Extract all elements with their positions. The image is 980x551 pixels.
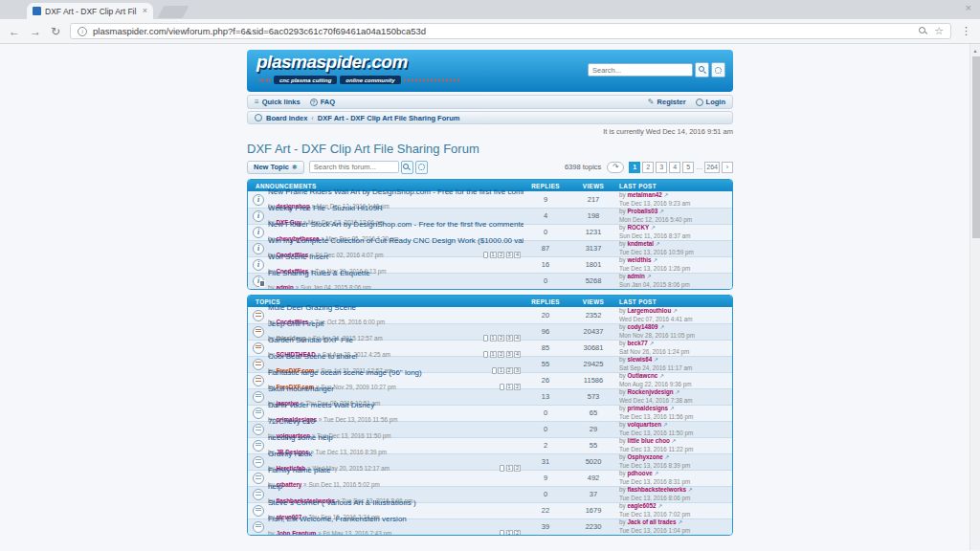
breadcrumb-forum[interactable]: DXF Art - DXF Clip Art File Sharing Foru… [318,114,460,122]
goto-last-post-icon[interactable]: ↗ [678,519,682,525]
pagination-page[interactable]: 3 [656,162,667,173]
last-post-author-link[interactable]: flashbacksteelworks [627,486,686,493]
last-post-author-link[interactable]: weldthis [627,256,651,263]
pagination-next[interactable]: › [722,162,733,173]
last-post-author-link[interactable]: Proballs03 [627,208,657,214]
pagination-page[interactable]: 5 [682,162,694,173]
register-link[interactable]: ✎ Register [648,98,686,106]
tab-close-icon[interactable]: × [143,7,147,15]
breadcrumb-board-index[interactable]: Board index [266,114,307,122]
address-bar[interactable]: i plasmaspider.com/viewforum.php?f=6&sid… [70,23,951,39]
topic-title-link[interactable]: 72 Chevy c10 [268,418,390,426]
goto-last-post-icon[interactable]: ↗ [664,192,669,198]
goto-last-post-icon[interactable]: ↗ [647,274,652,279]
header-search-button[interactable] [695,62,709,77]
topic-page-link[interactable]: 2 [514,530,521,537]
quick-links-menu[interactable]: ≡ Quick links [255,98,301,106]
topic-title-link[interactable]: help [268,483,412,491]
goto-last-post-icon[interactable]: ↗ [656,241,660,247]
goto-last-post-icon[interactable]: ↗ [651,225,656,231]
advanced-search-button[interactable] [711,62,725,77]
zoom-search-icon[interactable] [919,27,928,36]
forward-icon[interactable]: → [30,26,41,37]
last-post-author-link[interactable]: little blue choo [627,437,669,444]
last-post-author-link[interactable]: volquartsen [627,421,661,428]
topic-title-link[interactable]: New Prairie Riders Wall Art by DesignSho… [268,188,523,196]
new-topic-button[interactable]: New Topic ✱ [247,161,304,174]
topic-title-link[interactable]: Darth Vader meets Walt Disney [268,402,397,409]
last-post-author-link[interactable]: eagle6052 [627,502,656,509]
scrollbar[interactable]: ▲ [969,44,980,550]
topic-title-link[interactable]: File Sharing Rules & Etiquette [268,270,371,277]
forum-search-input[interactable] [309,161,399,173]
last-post-author-link[interactable]: pdhoove [627,470,652,476]
topic-title-link[interactable]: Garden Sundial DXF File [268,337,390,344]
topic-title-link[interactable]: Win my Complete Collection of Cut Ready … [268,237,523,245]
browser-menu-icon[interactable]: ⋮ [961,26,971,36]
jump-to-page-button[interactable]: ↷ [607,162,624,173]
last-post-author-link[interactable]: primaldesigns [627,405,668,411]
goto-last-post-icon[interactable]: ↗ [672,438,677,444]
new-tab-button[interactable] [158,6,189,18]
topic-title-link[interactable]: Family name plate [268,467,380,474]
goto-last-post-icon[interactable]: ↗ [654,357,658,363]
forum-advanced-search-button[interactable] [415,161,428,174]
last-post-author-link[interactable]: Rockenjvdesign [627,388,673,395]
goto-last-post-icon[interactable]: ↗ [653,257,657,263]
topic-title-link[interactable]: Gravity Hook [268,451,390,458]
pagination-page[interactable]: 2 [642,162,654,173]
refresh-icon[interactable]: ↻ [51,26,60,37]
topic-author-link[interactable]: admin [276,284,294,291]
topic-title-link[interactable]: Jeep Grill Firepit [268,320,383,328]
last-post-author-link[interactable]: Largemouthlou [627,307,671,314]
topic-title-link[interactable]: Wolf Scene Insert [268,253,387,261]
url-text[interactable]: plasmaspider.com/viewforum.php?f=6&sid=6… [93,26,913,36]
goto-last-post-icon[interactable]: ↗ [665,454,670,460]
last-post-author-link[interactable]: admin [627,273,645,279]
scrollbar-up-icon[interactable]: ▲ [970,44,980,54]
goto-last-post-icon[interactable]: ↗ [688,487,693,493]
topic-title-link[interactable]: Skull mount/hanger [268,386,380,393]
login-link[interactable]: Login [696,98,725,106]
back-icon[interactable]: ← [9,26,20,37]
site-logo[interactable]: plasmaspider.com [256,52,408,73]
forum-search-button[interactable] [401,161,413,174]
goto-last-post-icon[interactable]: ↗ [657,503,662,509]
topic-title-link[interactable]: needing some help [268,434,387,442]
topic-title-link[interactable]: Mule Deer Grazing Scene [268,304,385,312]
topic-title-link[interactable]: Cool Bear Scene to share! [268,353,392,361]
topic-title-link[interactable]: Weekly Free File - Suzuki Hi109R [268,205,384,212]
pagination-page[interactable]: 264 [704,162,720,173]
topic-title-link[interactable]: Fantastic large ocean scene image (96" l… [268,369,422,377]
goto-last-post-icon[interactable]: ↗ [654,471,658,476]
window-close-icon[interactable]: × [966,3,971,13]
topic-title-link[interactable]: New Flower Stock Art by DesignShop.com -… [268,221,523,229]
pagination-page[interactable]: 1 [629,162,640,173]
last-post-author-link[interactable]: beck77 [627,340,647,346]
last-post-author-link[interactable]: Jack of all trades [627,518,676,525]
goto-last-post-icon[interactable]: ↗ [659,373,664,379]
goto-last-post-icon[interactable]: ↗ [675,389,679,395]
last-post-author-link[interactable]: Osphyxzone [627,453,662,460]
topic-author-link[interactable]: John Frantum [276,530,316,537]
topic-title-link[interactable]: Steve`s Corner ( Various Art & Illustrat… [268,499,416,507]
goto-last-post-icon[interactable]: ↗ [673,308,678,314]
goto-last-post-icon[interactable]: ↗ [670,406,675,411]
faq-link[interactable]: ? FAQ [310,98,335,106]
topic-page-link[interactable]: 1 [506,530,513,537]
last-post-author-link[interactable]: cody14809 [627,323,657,330]
bookmark-star-icon[interactable]: ☆ [934,26,944,36]
header-search-input[interactable] [588,63,693,77]
scrollbar-thumb[interactable] [972,56,980,238]
goto-last-post-icon[interactable]: ↗ [659,324,664,330]
goto-last-post-icon[interactable]: ↗ [659,209,664,214]
pagination-page[interactable]: 4 [669,162,680,173]
browser-tab[interactable]: DXF Art - DXF Clip Art Fil × [27,3,153,19]
last-post-author-link[interactable]: metalman42 [627,191,661,198]
goto-last-post-icon[interactable]: ↗ [650,341,655,346]
goto-last-post-icon[interactable]: ↗ [663,422,668,428]
topic-title-link[interactable]: Fish, Elk Welcome, Frankenstein version [268,516,407,523]
last-post-author-link[interactable]: Outlawcnc [627,372,657,379]
last-post-author-link[interactable]: kndmetal [627,240,654,247]
page-info-icon[interactable]: i [78,27,87,36]
